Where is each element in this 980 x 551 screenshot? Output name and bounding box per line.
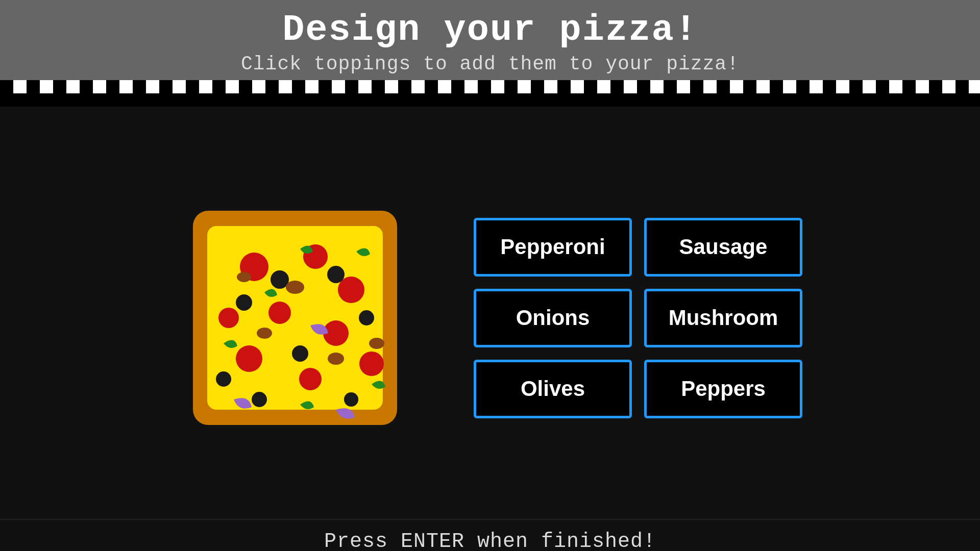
olives-button[interactable]: Olives (474, 360, 632, 418)
svg-point-17 (344, 392, 358, 407)
svg-point-12 (236, 294, 252, 311)
svg-point-20 (257, 328, 272, 339)
svg-point-14 (359, 310, 374, 325)
footer-section: Press ENTER when finished! (0, 519, 980, 551)
pepperoni-button[interactable]: Pepperoni (474, 218, 632, 277)
pizza-graphic (178, 201, 412, 435)
onions-button[interactable]: Onions (474, 289, 632, 347)
checker-top-row (0, 80, 980, 93)
sausage-button[interactable]: Sausage (644, 218, 802, 277)
svg-point-7 (236, 345, 262, 372)
svg-point-22 (237, 272, 251, 282)
svg-point-21 (328, 353, 344, 365)
svg-point-8 (299, 368, 322, 390)
svg-point-19 (286, 281, 304, 294)
checker-bottom-row (0, 93, 980, 107)
svg-point-9 (359, 352, 384, 376)
svg-point-10 (218, 308, 239, 328)
peppers-button[interactable]: Peppers (644, 360, 802, 418)
footer-prompt: Press ENTER when finished! (0, 530, 980, 551)
svg-point-15 (292, 345, 308, 362)
toppings-grid: Pepperoni Sausage Onions Mushroom Olives… (474, 218, 802, 418)
svg-point-16 (252, 392, 267, 407)
mushroom-button[interactable]: Mushroom (644, 289, 802, 347)
svg-point-13 (327, 266, 345, 283)
checker-border (0, 80, 980, 107)
page-title: Design your pizza! (0, 9, 980, 51)
pizza-display (178, 201, 412, 435)
svg-point-23 (369, 338, 384, 349)
header-section: Design your pizza! Click toppings to add… (0, 0, 980, 80)
svg-point-5 (268, 302, 291, 324)
page-subtitle: Click toppings to add them to your pizza… (0, 53, 980, 75)
svg-point-18 (216, 371, 231, 387)
main-content: Pepperoni Sausage Onions Mushroom Olives… (0, 107, 980, 519)
